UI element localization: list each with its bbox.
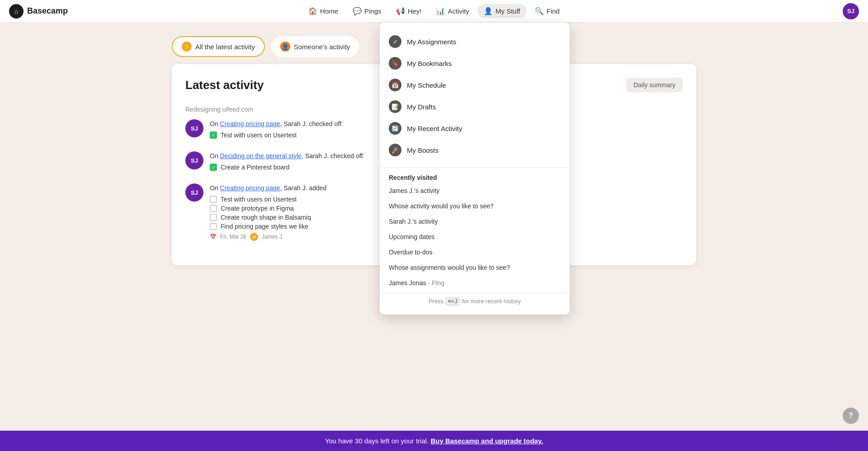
trial-link[interactable]: Buy Basecamp and upgrade today. — [430, 437, 543, 445]
nav-find-label: Find — [547, 7, 560, 15]
filter-someone-icon: 👤 — [280, 42, 290, 52]
boosts-icon: 🚀 — [389, 144, 401, 156]
avatar: SJ — [185, 119, 203, 137]
recently-visited-james-ping[interactable]: James Jonas - Ping — [380, 275, 570, 291]
recently-visited-upcoming-dates[interactable]: Upcoming dates — [380, 229, 570, 244]
footer-text: Press — [429, 298, 443, 305]
nav-activity[interactable]: 📊 Activity — [429, 4, 476, 18]
activity-suffix: , Sarah J. checked off: — [280, 120, 343, 127]
recently-visited-overdue-todos[interactable]: Overdue to-dos — [380, 244, 570, 260]
todo-label: Create prototype in Figma — [221, 205, 294, 212]
dropdown-item-recent-activity[interactable]: 🔄 My Recent Activity — [380, 117, 570, 139]
dropdown-assignments-label: My Assignments — [407, 38, 456, 46]
recently-visited-sarah-activity[interactable]: Sarah J.'s activity — [380, 214, 570, 229]
hey-icon: 📢 — [396, 7, 405, 15]
dropdown-recent-activity-label: My Recent Activity — [407, 125, 462, 132]
recently-visited-label: James J.'s activity — [389, 187, 439, 194]
todo-label: Test with users on Usertest — [221, 196, 297, 203]
schedule-icon: 📅 — [389, 79, 401, 91]
dropdown-item-schedule[interactable]: 📅 My Schedule — [380, 74, 570, 96]
dropdown-item-assignments[interactable]: ✓ My Assignments — [380, 31, 570, 52]
todo-label: Create a Pinterest board — [221, 164, 290, 171]
nav-mystuff-label: My Stuff — [495, 7, 520, 15]
checkbox — [210, 214, 217, 221]
drafts-icon: 📝 — [389, 100, 401, 113]
recently-visited-label: Sarah J.'s activity — [389, 218, 438, 225]
nav-hey-label: Hey! — [408, 7, 422, 15]
assignee-avatar: JJ — [250, 233, 258, 241]
dropdown-item-drafts[interactable]: 📝 My Drafts — [380, 96, 570, 117]
assignments-icon: ✓ — [389, 35, 401, 48]
checkbox — [210, 196, 217, 203]
mystuff-dropdown: ✓ My Assignments 🔖 My Bookmarks 📅 My Sch… — [380, 23, 570, 315]
app-logo[interactable]: ⌂ Basecamp — [9, 4, 68, 19]
nav-mystuff[interactable]: 👤 My Stuff — [477, 4, 527, 18]
user-avatar[interactable]: SJ — [843, 3, 859, 19]
checkbox-checked: ✓ — [210, 132, 217, 139]
nav-pings-label: Pings — [364, 7, 382, 15]
recently-visited-whose-assignments[interactable]: Whose assignments would you like to see? — [380, 260, 570, 275]
pings-icon: 💬 — [353, 7, 362, 15]
dropdown-overlay: ✓ My Assignments 🔖 My Bookmarks 📅 My Sch… — [0, 23, 868, 451]
recently-visited-james-activity[interactable]: James J.'s activity — [380, 183, 570, 198]
app-name: Basecamp — [27, 6, 68, 16]
trial-text: You have 30 days left on your trial. — [325, 437, 429, 445]
activity-link[interactable]: Creating pricing page — [220, 184, 280, 192]
help-button[interactable]: ? — [843, 408, 859, 424]
recently-visited-label: Overdue to-dos — [389, 249, 433, 256]
activity-icon: 📊 — [436, 7, 445, 15]
filter-all-latest-icon: ⚡ — [182, 42, 192, 52]
filter-someone-label: Someone's activity — [294, 43, 350, 51]
activity-link[interactable]: Creating pricing page — [220, 120, 280, 127]
todo-label: Find pricing page styles we like — [221, 223, 308, 230]
meta-assignee: James J. — [262, 234, 283, 240]
recently-visited-label: Whose activity would you like to see? — [389, 202, 494, 210]
dropdown-item-bookmarks[interactable]: 🔖 My Bookmarks — [380, 52, 570, 74]
activity-suffix: , Sarah J. checked off: — [302, 152, 364, 160]
footer-kbd: ⌘+J — [445, 297, 461, 305]
nav-hey[interactable]: 📢 Hey! — [390, 4, 428, 18]
meta-date: Fri, Mar 26 — [220, 234, 246, 240]
checkbox — [210, 223, 217, 230]
recently-visited-whose-activity[interactable]: Whose activity would you like to see? — [380, 198, 570, 214]
filter-all-latest[interactable]: ⚡ All the latest activity — [172, 36, 265, 57]
avatar: SJ — [185, 183, 203, 202]
footer-suffix: for more recent history — [462, 298, 521, 305]
dropdown-main-section: ✓ My Assignments 🔖 My Bookmarks 📅 My Sch… — [380, 27, 570, 164]
panel-title: Latest activity — [185, 78, 264, 92]
dropdown-divider — [380, 167, 570, 168]
daily-summary-button[interactable]: Daily summary — [626, 78, 683, 92]
recently-visited-header: Recently visited — [380, 170, 570, 183]
calendar-icon: 📅 — [210, 234, 217, 240]
activity-suffix: , Sarah J. added — [280, 184, 327, 192]
dropdown-boosts-label: My Boosts — [407, 146, 439, 154]
nav-home-label: Home — [320, 7, 338, 15]
dropdown-drafts-label: My Drafts — [407, 103, 436, 111]
nav-items: 🏠 Home 💬 Pings 📢 Hey! 📊 Activity 👤 My St… — [302, 4, 566, 18]
recently-visited-label: James Jonas — [389, 279, 426, 287]
nav-pings[interactable]: 💬 Pings — [346, 4, 388, 18]
nav-find[interactable]: 🔍 Find — [528, 4, 566, 18]
checkbox-checked: ✓ — [210, 164, 217, 171]
nav-activity-label: Activity — [448, 7, 469, 15]
filter-all-latest-label: All the latest activity — [195, 43, 255, 51]
bookmarks-icon: 🔖 — [389, 57, 401, 70]
dropdown-schedule-label: My Schedule — [407, 81, 446, 89]
nav-home[interactable]: 🏠 Home — [302, 4, 344, 18]
recently-visited-label: Upcoming dates — [389, 233, 434, 240]
recent-activity-icon: 🔄 — [389, 122, 401, 135]
recently-visited-sub: - Ping — [426, 279, 444, 287]
recently-visited-label: Whose assignments would you like to see? — [389, 264, 510, 271]
avatar: SJ — [185, 151, 203, 169]
filter-someone[interactable]: 👤 Someone's activity — [271, 36, 359, 57]
dropdown-footer: Press ⌘+J for more recent history — [380, 292, 570, 310]
todo-label: Create rough shape in Balsamiq — [221, 214, 311, 221]
mystuff-icon: 👤 — [484, 7, 493, 15]
navbar: ⌂ Basecamp 🏠 Home 💬 Pings 📢 Hey! 📊 Activ… — [0, 0, 868, 23]
trial-banner: You have 30 days left on your trial. Buy… — [0, 431, 868, 451]
home-icon: 🏠 — [308, 7, 317, 15]
logo-icon: ⌂ — [9, 4, 24, 19]
dropdown-item-boosts[interactable]: 🚀 My Boosts — [380, 139, 570, 161]
checkbox — [210, 205, 217, 212]
activity-link[interactable]: Deciding on the general style — [220, 152, 302, 160]
